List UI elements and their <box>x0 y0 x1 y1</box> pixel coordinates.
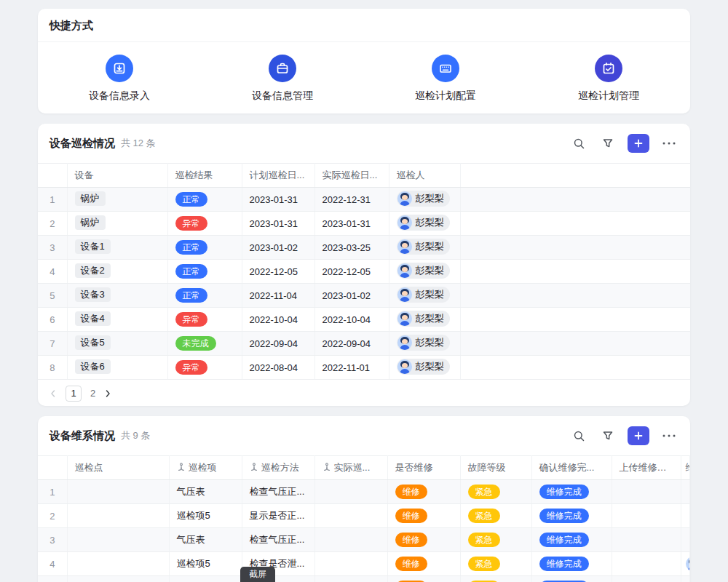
row-index: 1 <box>38 188 67 212</box>
table-row[interactable]: 1 气压表 检查气压正... 维修 紧急 维修完成 <box>38 480 690 504</box>
next-page-button[interactable] <box>104 389 111 398</box>
inspector-cell: 彭梨梨 <box>389 356 460 380</box>
level-cell: 紧急 <box>460 504 531 528</box>
search-icon[interactable] <box>569 134 588 153</box>
method-cell: 显示是否正... <box>242 504 314 528</box>
status-badge: 异常 <box>175 216 207 231</box>
column-header-item[interactable]: 巡检项 <box>169 456 242 480</box>
column-header-actual[interactable]: 实际巡... <box>314 456 387 480</box>
status-badge: 紧急 <box>468 485 500 499</box>
table-row[interactable]: 2 巡检项5 显示是否正... 维修 紧急 维修完成 <box>38 504 690 528</box>
avatar <box>397 335 412 350</box>
device-chip: 设备6 <box>75 359 111 374</box>
planned-date-cell: 2023-01-02 <box>242 236 314 260</box>
row-index: 3 <box>38 236 67 260</box>
actual-cell <box>314 528 387 552</box>
row-index: 4 <box>38 552 67 576</box>
table-row[interactable]: 5 巡检项5 显示是否正... 维修 紧急 维修完成 <box>38 576 690 582</box>
row-index: 2 <box>38 212 67 236</box>
row-index: 4 <box>38 260 67 284</box>
shortcut-device-entry[interactable]: 设备信息录入 <box>38 55 201 103</box>
planned-date-cell: 2022-09-04 <box>242 332 314 356</box>
table-row[interactable]: 3 设备1 正常 2023-01-02 2023-03-25 彭梨梨 <box>38 236 690 260</box>
column-header-upload[interactable]: 上传维修结... <box>612 456 681 480</box>
column-header-maintainer[interactable]: 维 <box>681 456 690 480</box>
search-icon[interactable] <box>569 426 588 445</box>
person-chip: 彭梨梨 <box>397 287 450 303</box>
item-cell: 巡检项5 <box>169 504 242 528</box>
avatar <box>397 191 412 206</box>
table-row[interactable]: 1 锅炉 正常 2023-01-31 2022-12-31 彭梨梨 <box>38 188 690 212</box>
table-row[interactable]: 4 设备2 正常 2022-12-05 2022-12-05 彭梨梨 <box>38 260 690 284</box>
upload-cell <box>612 528 681 552</box>
filter-icon[interactable] <box>598 134 617 153</box>
actual-date-cell: 2023-01-31 <box>314 212 389 236</box>
planned-date-cell: 2023-01-31 <box>242 188 314 212</box>
plan-config-icon <box>432 55 459 82</box>
column-header-confirm[interactable]: 确认维修完... <box>531 456 612 480</box>
level-cell: 紧急 <box>460 576 531 582</box>
filter-icon[interactable] <box>598 426 617 445</box>
page-2-button[interactable]: 2 <box>90 388 95 399</box>
header-row: 巡检点 巡检项 巡检方法 实际巡... 是否维修 故障等级 确认维修完... 上… <box>38 456 690 480</box>
more-icon[interactable] <box>660 426 678 445</box>
column-header-actual-date[interactable]: 实际巡检日... <box>314 164 389 188</box>
table-row[interactable]: 6 设备4 异常 2022-10-04 2022-10-04 彭梨梨 <box>38 308 690 332</box>
row-index: 7 <box>38 332 67 356</box>
column-header-inspector[interactable]: 巡检人 <box>389 164 460 188</box>
prev-page-button[interactable] <box>50 389 57 398</box>
section-title: 设备维系情况 <box>50 429 115 443</box>
inspection-table-body: 1 锅炉 正常 2023-01-31 2022-12-31 彭梨梨 2 锅炉 异… <box>38 188 690 380</box>
inspector-name: 彭梨梨 <box>416 312 444 325</box>
device-cell: 设备3 <box>67 284 167 308</box>
plan-manage-icon <box>595 55 622 82</box>
device-cell: 锅炉 <box>67 212 167 236</box>
avatar <box>397 263 412 278</box>
level-cell: 紧急 <box>460 480 531 504</box>
status-badge: 正常 <box>175 288 207 303</box>
result-cell: 未完成 <box>167 332 242 356</box>
column-header-repair[interactable]: 是否维修 <box>387 456 460 480</box>
table-row[interactable]: 5 设备3 正常 2022-11-04 2023-01-02 彭梨梨 <box>38 284 690 308</box>
shortcut-plan-manage[interactable]: 巡检计划管理 <box>527 55 690 103</box>
shortcut-device-manage[interactable]: 设备信息管理 <box>201 55 364 103</box>
inspection-header: 设备巡检情况 共 12 条 <box>38 124 690 163</box>
point-cell <box>67 552 169 576</box>
actual-date-cell: 2023-01-02 <box>314 284 389 308</box>
page-1-button[interactable]: 1 <box>66 386 82 402</box>
table-row[interactable]: 7 设备5 未完成 2022-09-04 2022-09-04 彭梨梨 <box>38 332 690 356</box>
more-icon[interactable] <box>660 134 678 153</box>
column-header-planned-date[interactable]: 计划巡检日... <box>242 164 314 188</box>
person-chip: 彭梨梨 <box>397 215 450 231</box>
screenshot-overlay-button[interactable]: 截屏 <box>240 567 275 582</box>
device-chip: 设备2 <box>75 263 111 278</box>
table-row[interactable]: 3 气压表 检查气压正... 维修 紧急 维修完成 <box>38 528 690 552</box>
table-row[interactable]: 8 设备6 异常 2022-08-04 2022-11-01 彭梨梨 <box>38 356 690 380</box>
point-cell <box>67 576 169 582</box>
planned-date-cell: 2022-10-04 <box>242 308 314 332</box>
inspector-cell: 彭梨梨 <box>389 236 460 260</box>
column-header-level[interactable]: 故障等级 <box>460 456 531 480</box>
result-cell: 异常 <box>167 356 242 380</box>
shortcut-plan-config[interactable]: 巡检计划配置 <box>364 55 527 103</box>
device-entry-icon <box>106 55 133 82</box>
column-header-device[interactable]: 设备 <box>67 164 167 188</box>
record-count: 共 12 条 <box>121 137 156 150</box>
status-badge: 维修完成 <box>539 533 589 547</box>
table-row[interactable]: 2 锅炉 异常 2023-01-31 2023-01-31 彭梨梨 <box>38 212 690 236</box>
status-badge: 紧急 <box>468 533 500 547</box>
add-record-button[interactable] <box>628 426 649 445</box>
row-index: 5 <box>38 576 67 582</box>
shortcut-label: 巡检计划配置 <box>415 89 476 103</box>
result-cell: 正常 <box>167 236 242 260</box>
shortcuts-card: 快捷方式 设备信息录入 设备信息管理 <box>38 9 690 113</box>
column-header-method[interactable]: 巡检方法 <box>242 456 314 480</box>
add-record-button[interactable] <box>628 134 649 153</box>
avatar <box>686 557 690 571</box>
person-chip: 彭梨梨 <box>397 335 450 351</box>
inspector-cell: 彭梨梨 <box>389 188 460 212</box>
column-header-result[interactable]: 巡检结果 <box>167 164 242 188</box>
table-row[interactable]: 4 巡检项5 检查是否泄... 维修 紧急 维修完成 <box>38 552 690 576</box>
maintainer-cell <box>681 576 690 582</box>
column-header-point[interactable]: 巡检点 <box>67 456 169 480</box>
